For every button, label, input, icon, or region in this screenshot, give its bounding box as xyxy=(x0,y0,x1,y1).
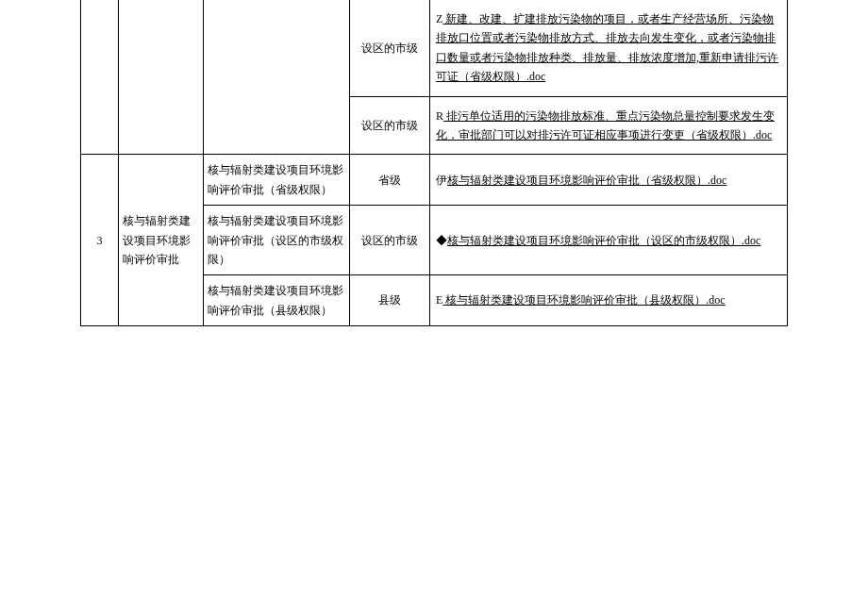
cell-link: R 排污单位适用的污染物排放标准、重点污染物总量控制要求发生变化，审批部门可以对… xyxy=(430,96,788,155)
cell-level: 设区的市级 xyxy=(350,206,430,275)
subcategory-text: 核与辐射类建设项目环境影响评价审批（设区的市级权限） xyxy=(208,214,343,266)
cell-level: 设区的市级 xyxy=(350,0,430,96)
doc-link[interactable]: 核与辐射类建设项目环境影响评价审批（省级权限）.doc xyxy=(447,174,726,187)
category-text: 核与辐射类建设项目环境影响评价审批 xyxy=(123,214,191,266)
cell-sub-empty xyxy=(204,0,350,155)
cell-subcategory: 核与辐射类建设项目环境影响评价审批（县级权限） xyxy=(204,275,350,326)
cell-num: 3 xyxy=(81,155,119,326)
cell-link: ◆核与辐射类建设项目环境影响评价审批（设区的市级权限）.doc xyxy=(430,206,788,275)
doc-link[interactable]: 核与辐射类建设项目环境影响评价审批（县级权限）.doc xyxy=(442,293,725,307)
document-table: 设区的市级 Z 新建、改建、扩建排放污染物的项目，或者生产经营场所、污染物排放口… xyxy=(80,0,788,326)
cell-subcategory: 核与辐射类建设项目环境影响评价审批（省级权限） xyxy=(204,155,350,206)
subcategory-text: 核与辐射类建设项目环境影响评价审批（县级权限） xyxy=(208,284,343,316)
cell-category: 核与辐射类建设项目环境影响评价审批 xyxy=(119,155,204,326)
cell-subcategory: 核与辐射类建设项目环境影响评价审批（设区的市级权限） xyxy=(204,206,350,275)
cell-link: E 核与辐射类建设项目环境影响评价审批（县级权限）.doc xyxy=(430,275,788,326)
cell-num-empty xyxy=(81,0,119,155)
level-text: 省级 xyxy=(378,174,401,187)
link-marker: R xyxy=(436,109,443,123)
doc-link[interactable]: 排污单位适用的污染物排放标准、重点污染物总量控制要求发生变化，审批部门可以对排污… xyxy=(436,109,775,141)
subcategory-text: 核与辐射类建设项目环境影响评价审批（省级权限） xyxy=(208,163,343,195)
cell-link: 伊核与辐射类建设项目环境影响评价审批（省级权限）.doc xyxy=(430,155,788,206)
table-row: 设区的市级 Z 新建、改建、扩建排放污染物的项目，或者生产经营场所、污染物排放口… xyxy=(81,0,788,96)
level-text: 县级 xyxy=(378,293,401,307)
cell-cat-empty xyxy=(119,0,204,155)
cell-level: 县级 xyxy=(350,275,430,326)
level-text: 设区的市级 xyxy=(361,41,418,55)
cell-level: 省级 xyxy=(350,155,430,206)
level-text: 设区的市级 xyxy=(361,234,418,247)
cell-link: Z 新建、改建、扩建排放污染物的项目，或者生产经营场所、污染物排放口位置或者污染… xyxy=(430,0,788,96)
table-row: 3 核与辐射类建设项目环境影响评价审批 核与辐射类建设项目环境影响评价审批（省级… xyxy=(81,155,788,206)
cell-level: 设区的市级 xyxy=(350,96,430,155)
link-marker: ◆ xyxy=(436,234,447,247)
doc-link[interactable]: 核与辐射类建设项目环境影响评价审批（设区的市级权限）.doc xyxy=(447,234,760,247)
link-marker: 伊 xyxy=(436,174,447,187)
doc-link[interactable]: 新建、改建、扩建排放污染物的项目，或者生产经营场所、污染物排放口位置或者污染物排… xyxy=(436,12,778,83)
level-text: 设区的市级 xyxy=(361,119,418,132)
document-table-container: 设区的市级 Z 新建、改建、扩建排放污染物的项目，或者生产经营场所、污染物排放口… xyxy=(0,0,868,326)
num-text: 3 xyxy=(97,234,103,247)
